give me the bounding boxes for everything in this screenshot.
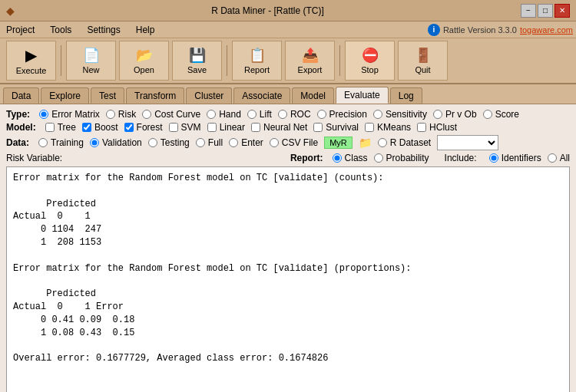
data-rdataset[interactable]: R Dataset xyxy=(378,137,431,148)
open-label: Open xyxy=(134,65,154,74)
info-icon: i xyxy=(428,24,440,36)
quit-icon: 🚪 xyxy=(415,47,432,64)
type-prvob[interactable]: Pr v Ob xyxy=(433,109,477,120)
include-identifiers[interactable]: Identifiers xyxy=(489,153,541,163)
type-label: Type: xyxy=(6,109,30,120)
model-linear[interactable]: Linear xyxy=(207,122,245,133)
risk-variable-label: Risk Variable: xyxy=(6,153,62,163)
model-forest[interactable]: Forest xyxy=(124,122,163,133)
save-label: Save xyxy=(187,65,207,74)
open-icon: 📂 xyxy=(136,47,153,64)
menubar-items: Project Tools Settings Help xyxy=(3,23,157,37)
menu-tools[interactable]: Tools xyxy=(47,23,74,37)
menu-settings[interactable]: Settings xyxy=(84,23,123,37)
titlebar: ◆ R Data Miner - [Rattle (TC)] − □ ✕ xyxy=(0,0,576,21)
close-button[interactable]: ✕ xyxy=(554,4,570,18)
app-icon: ◆ xyxy=(6,5,15,17)
new-label: New xyxy=(82,65,99,74)
output-container: Error matrix for the Random Forest model… xyxy=(6,166,570,392)
tab-associate[interactable]: Associate xyxy=(233,87,290,104)
export-icon: 📤 xyxy=(302,47,319,64)
main-content: Type: Error Matrix Risk Cost Curve Hand … xyxy=(0,104,576,392)
stop-label: Stop xyxy=(361,65,379,74)
data-full[interactable]: Full xyxy=(196,137,223,148)
export-label: Export xyxy=(298,65,323,74)
tab-evaluate[interactable]: Evaluate xyxy=(336,87,389,104)
menubar: Project Tools Settings Help i Rattle Ver… xyxy=(0,21,576,38)
save-icon: 💾 xyxy=(189,47,206,64)
quit-button[interactable]: 🚪 Quit xyxy=(398,41,448,81)
tab-model[interactable]: Model xyxy=(292,87,334,104)
type-hand[interactable]: Hand xyxy=(207,109,241,120)
new-button[interactable]: 📄 New xyxy=(66,41,116,81)
report-button[interactable]: 📋 Report xyxy=(232,41,282,81)
tab-transform[interactable]: Transform xyxy=(126,87,184,104)
tab-cluster[interactable]: Cluster xyxy=(186,87,232,104)
report-class[interactable]: Class xyxy=(333,153,368,163)
model-tree[interactable]: Tree xyxy=(45,122,76,133)
type-error-matrix[interactable]: Error Matrix xyxy=(39,109,100,120)
type-row: Type: Error Matrix Risk Cost Curve Hand … xyxy=(6,109,570,120)
report-label: Report xyxy=(244,65,270,74)
titlebar-left: ◆ xyxy=(6,5,15,17)
toolbar: ▶ Execute 📄 New 📂 Open 💾 Save 📋 Report 📤… xyxy=(0,38,576,84)
data-enter[interactable]: Enter xyxy=(229,137,263,148)
tab-data[interactable]: Data xyxy=(3,87,39,104)
risk-row: Risk Variable: Report: Class Probability… xyxy=(6,153,570,163)
export-button[interactable]: 📤 Export xyxy=(285,41,335,81)
report-label: Report: xyxy=(290,153,323,163)
rdataset-dropdown[interactable] xyxy=(437,135,498,150)
file-name-badge: MyR xyxy=(324,137,353,149)
execute-icon: ▶ xyxy=(25,46,37,64)
tab-explore[interactable]: Explore xyxy=(41,87,89,104)
stop-button[interactable]: ⛔ Stop xyxy=(345,41,395,81)
minimize-button[interactable]: − xyxy=(521,4,536,18)
type-lift[interactable]: Lift xyxy=(247,109,272,120)
version-text: Rattle Version 3.3.0 xyxy=(443,25,517,35)
model-row: Model: Tree Boost Forest SVM Linear Neur… xyxy=(6,122,570,133)
tabbar: Data Explore Test Transform Cluster Asso… xyxy=(0,84,576,104)
file-icon: 📁 xyxy=(359,137,372,149)
menu-help[interactable]: Help xyxy=(133,23,158,37)
titlebar-controls: − □ ✕ xyxy=(521,4,570,18)
type-risk[interactable]: Risk xyxy=(106,109,136,120)
toolbar-separator-3 xyxy=(339,45,340,76)
save-button[interactable]: 💾 Save xyxy=(172,41,222,81)
type-precision[interactable]: Precision xyxy=(317,109,367,120)
include-label: Include: xyxy=(445,153,477,163)
report-probability[interactable]: Probability xyxy=(374,153,429,163)
new-icon: 📄 xyxy=(83,47,100,64)
toolbar-separator-1 xyxy=(61,45,61,76)
type-roc[interactable]: ROC xyxy=(278,109,311,120)
toolbar-separator-2 xyxy=(227,45,227,76)
data-testing[interactable]: Testing xyxy=(148,137,190,148)
data-validation[interactable]: Validation xyxy=(90,137,142,148)
data-label: Data: xyxy=(6,137,29,148)
tab-log[interactable]: Log xyxy=(390,87,422,104)
model-boost[interactable]: Boost xyxy=(82,122,118,133)
type-score[interactable]: Score xyxy=(483,109,519,120)
website-link[interactable]: togaware.com xyxy=(520,25,573,35)
type-sensitivity[interactable]: Sensitivity xyxy=(373,109,427,120)
tab-test[interactable]: Test xyxy=(91,87,124,104)
model-survival[interactable]: Survival xyxy=(313,122,359,133)
output-area[interactable]: Error matrix for the Random Forest model… xyxy=(6,166,570,392)
stop-icon: ⛔ xyxy=(362,47,379,64)
type-cost-curve[interactable]: Cost Curve xyxy=(142,109,200,120)
model-label: Model: xyxy=(6,122,36,133)
include-all[interactable]: All xyxy=(548,153,570,163)
execute-label: Execute xyxy=(16,66,47,75)
titlebar-title: R Data Miner - [Rattle (TC)] xyxy=(15,5,521,16)
menu-project[interactable]: Project xyxy=(3,23,38,37)
quit-label: Quit xyxy=(415,65,430,74)
model-neuralnet[interactable]: Neural Net xyxy=(251,122,307,133)
execute-button[interactable]: ▶ Execute xyxy=(6,41,56,81)
model-kmeans[interactable]: KMeans xyxy=(365,122,411,133)
model-svm[interactable]: SVM xyxy=(169,122,201,133)
data-csvfile[interactable]: CSV File xyxy=(270,137,318,148)
maximize-button[interactable]: □ xyxy=(538,4,553,18)
data-training[interactable]: Training xyxy=(38,137,84,148)
report-icon: 📋 xyxy=(249,47,266,64)
model-hclust[interactable]: HClust xyxy=(417,122,457,133)
open-button[interactable]: 📂 Open xyxy=(119,41,169,81)
